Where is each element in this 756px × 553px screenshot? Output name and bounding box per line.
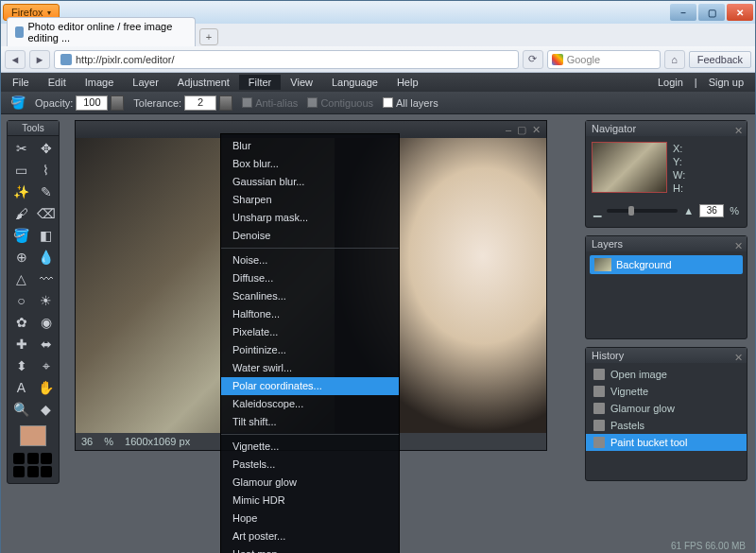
tool-move[interactable]: ✥ [34,138,58,159]
window-close[interactable]: ✕ [727,4,753,21]
menu-filter[interactable]: Filter [239,75,281,90]
filter-item[interactable]: Unsharp mask... [221,209,399,227]
tool-picker[interactable]: ⌖ [34,355,58,376]
window-minimize[interactable]: – [670,4,696,21]
window-maximize[interactable]: ▢ [698,4,725,21]
tool-gradient[interactable]: ◧ [34,225,58,246]
filter-item[interactable]: Pointinize... [221,341,399,359]
tool-wand[interactable]: ✨ [9,181,33,202]
history-item[interactable]: Glamour glow [586,400,747,417]
canvas-close-icon[interactable]: ✕ [532,121,541,138]
tool-pencil[interactable]: ✎ [34,181,58,202]
navigator-thumbnail[interactable] [592,142,667,193]
filter-item[interactable]: Tilt shift... [221,413,399,431]
filter-item[interactable]: Mimic HDR [221,492,399,510]
filter-item[interactable]: Sharpen [221,191,399,209]
contiguous-checkbox[interactable] [307,97,318,108]
tool-sharpen[interactable]: △ [9,268,33,289]
zoom-out-icon[interactable]: ▁ [593,205,601,217]
history-item[interactable]: Paint bucket tool [586,434,747,451]
filter-item[interactable]: Polar coordinates... [221,377,399,395]
tolerance-input[interactable]: 2 [184,95,216,111]
browser-tab[interactable]: Photo editor online / free image editing… [7,17,196,46]
history-item[interactable]: Open image [586,366,747,383]
history-item[interactable]: Vignette [586,383,747,400]
tool-blur[interactable]: 💧 [34,247,58,268]
panel-close-icon[interactable]: ✕ [734,123,743,138]
filter-item[interactable]: Denoise [221,227,399,245]
canvas-min-icon[interactable]: – [506,121,511,138]
tool-brush[interactable]: 🖌 [9,203,33,224]
filter-item[interactable]: Glamour glow [221,474,399,492]
search-field[interactable]: Google [547,50,661,69]
tool-clone[interactable]: ⊕ [9,247,33,268]
tool-bloat[interactable]: ⬌ [34,334,58,354]
filter-item[interactable]: Hope [221,510,399,527]
menu-language[interactable]: Language [322,75,387,90]
tool-type[interactable]: A [9,377,33,398]
antialias-checkbox[interactable] [242,97,252,108]
filter-item[interactable]: Water swirl... [221,359,399,377]
zoom-in-icon[interactable]: ▲ [683,205,694,216]
reload-button[interactable]: ⟳ [523,50,543,69]
tool-eraser[interactable]: ⌫ [34,203,58,224]
layers-panel: Layers✕ Background [585,235,747,339]
tool-bucket[interactable]: 🪣 [9,225,33,246]
tool-marquee[interactable]: ▭ [9,160,33,181]
new-tab-button[interactable]: + [199,28,218,45]
foreground-swatch[interactable] [20,425,46,446]
filter-item[interactable]: Kaleidoscope... [221,395,399,413]
menu-file[interactable]: File [3,75,39,90]
opacity-input[interactable]: 100 [76,95,108,111]
menu-help[interactable]: Help [387,75,428,90]
signup-link[interactable]: Sign up [699,75,753,90]
tool-crop[interactable]: ✂ [9,138,33,159]
menu-image[interactable]: Image [76,75,124,90]
tool-zoom[interactable]: 🔍 [9,399,33,420]
filter-item[interactable]: Diffuse... [221,269,399,287]
all-layers-checkbox[interactable] [383,97,393,108]
filter-item[interactable]: Heat map... [221,545,399,553]
swatch-presets[interactable] [8,450,59,483]
menu-edit[interactable]: Edit [39,75,76,90]
zoom-slider[interactable] [607,209,678,213]
login-link[interactable]: Login [648,75,693,90]
tab-strip: Photo editor online / free image editing… [1,24,755,46]
tool-dodge[interactable]: ☀ [34,290,58,311]
filter-item[interactable]: Scanlines... [221,287,399,305]
tool-shape[interactable]: ◆ [34,399,58,420]
filter-item[interactable]: Blur [221,137,399,155]
tool-smudge[interactable]: 〰 [34,268,58,289]
panel-close-icon[interactable]: ✕ [734,238,743,253]
filter-item[interactable]: Halftone... [221,305,399,323]
feedback-button[interactable]: Feedback [689,51,751,68]
canvas-max-icon[interactable]: ▢ [517,121,526,138]
tool-pinch[interactable]: ⬍ [9,355,33,376]
history-item[interactable]: Pastels [586,417,747,434]
back-button[interactable]: ◄ [5,50,26,69]
zoom-value[interactable]: 36 [699,204,724,217]
filter-item[interactable]: Pixelate... [221,323,399,341]
tool-spot[interactable]: ✚ [9,334,33,354]
menu-adjustment[interactable]: Adjustment [168,75,239,90]
tool-hand[interactable]: ✋ [34,377,58,398]
home-button[interactable]: ⌂ [664,50,685,69]
tool-lasso[interactable]: ⌇ [34,160,58,181]
layer-row[interactable]: Background [590,255,743,274]
tool-sponge[interactable]: ○ [9,290,33,311]
filter-item[interactable]: Vignette... [221,438,399,456]
opacity-dropdown[interactable] [111,95,124,111]
menu-view[interactable]: View [281,75,322,90]
tolerance-dropdown[interactable] [219,95,232,111]
panel-close-icon[interactable]: ✕ [734,350,743,365]
url-field[interactable]: http://pixlr.com/editor/ [54,50,519,69]
filter-item[interactable]: Pastels... [221,456,399,474]
forward-button[interactable]: ► [29,50,50,69]
filter-item[interactable]: Art poster... [221,527,399,545]
filter-item[interactable]: Box blur... [221,155,399,173]
tool-redeye[interactable]: ◉ [34,312,58,333]
filter-item[interactable]: Noise... [221,251,399,269]
menu-layer[interactable]: Layer [123,75,168,90]
filter-item[interactable]: Gaussian blur... [221,173,399,191]
tool-burn[interactable]: ✿ [9,312,33,333]
